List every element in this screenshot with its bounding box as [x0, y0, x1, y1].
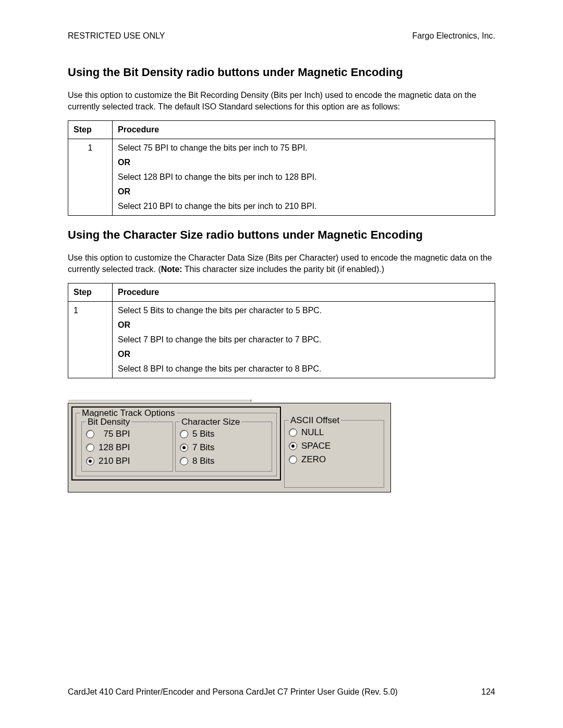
- footer-text: CardJet 410 Card Printer/Encoder and Per…: [68, 687, 398, 697]
- table-row-procedure: Select 5 Bits to change the bits per cha…: [113, 302, 495, 378]
- page-number: 124: [481, 687, 495, 697]
- group-label: Bit Density: [86, 417, 131, 427]
- header-left: RESTRICTED USE ONLY: [68, 31, 165, 41]
- radio-space[interactable]: SPACE: [289, 439, 381, 453]
- radio-label: 8 Bits: [192, 456, 215, 466]
- radio-label: 5 Bits: [192, 429, 215, 439]
- radio-7-bits[interactable]: 7 Bits: [180, 441, 268, 454]
- proc-or: OR: [118, 320, 489, 330]
- th-step: Step: [68, 121, 113, 139]
- proc-line: Select 7 BPI to change the bits per char…: [118, 335, 489, 344]
- section2-title: Using the Character Size radio buttons u…: [68, 228, 495, 242]
- radio-210-bpi[interactable]: 210 BPI: [86, 454, 169, 468]
- radio-128-bpi[interactable]: 128 BPI: [86, 441, 169, 454]
- radio-label: SPACE: [301, 441, 331, 451]
- group-magnetic-track-options: Magnetic Track Options Bit Density 75 BP…: [76, 413, 277, 476]
- dialog-top-edge: [68, 399, 251, 402]
- radio-icon: [289, 455, 297, 464]
- radio-null[interactable]: NULL: [289, 426, 381, 439]
- table-row-step: 1: [68, 302, 113, 378]
- radio-icon: [289, 428, 297, 437]
- radio-icon: [86, 443, 94, 452]
- header-right: Fargo Electronics, Inc.: [412, 31, 495, 41]
- radio-label: 75 BPI: [99, 429, 130, 439]
- radio-5-bits[interactable]: 5 Bits: [180, 427, 268, 441]
- radio-label: 128 BPI: [99, 442, 130, 453]
- radio-icon: [86, 430, 94, 438]
- proc-line: Select 5 Bits to change the bits per cha…: [118, 306, 489, 315]
- intro-note-label: Note:: [161, 265, 182, 274]
- table-char-size: Step Procedure 1 Select 5 Bits to change…: [68, 283, 495, 378]
- dialog-screenshot: Magnetic Track Options Bit Density 75 BP…: [68, 399, 391, 492]
- table-bit-density: Step Procedure 1 Select 75 BPI to change…: [68, 120, 495, 216]
- proc-or: OR: [118, 350, 489, 359]
- radio-icon: [180, 443, 188, 452]
- radio-label: 210 BPI: [99, 456, 130, 466]
- table-row-step: 1: [68, 139, 113, 216]
- radio-icon: [180, 430, 188, 438]
- radio-icon: [86, 457, 94, 465]
- th-procedure: Procedure: [113, 121, 495, 139]
- radio-label: 7 Bits: [192, 442, 215, 453]
- proc-line: Select 128 BPI to change the bits per in…: [118, 172, 489, 182]
- th-step: Step: [68, 283, 113, 302]
- group-label: Character Size: [180, 417, 241, 427]
- section2-intro: Use this option to customize the Charact…: [68, 252, 495, 275]
- section1-title: Using the Bit Density radio buttons unde…: [68, 66, 495, 79]
- group-ascii-offset: ASCII Offset NULL SPACE ZERO: [284, 420, 384, 488]
- radio-icon: [289, 442, 297, 450]
- radio-75-bpi[interactable]: 75 BPI: [86, 427, 169, 441]
- proc-line: Select 75 BPI to change the bits per inc…: [118, 143, 489, 153]
- table-row-procedure: Select 75 BPI to change the bits per inc…: [113, 139, 495, 216]
- th-procedure: Procedure: [113, 283, 495, 302]
- intro-text-b: This character size includes the parity …: [182, 265, 384, 274]
- proc-or: OR: [118, 158, 489, 167]
- radio-icon: [180, 457, 188, 465]
- radio-label: NULL: [301, 427, 324, 438]
- radio-8-bits[interactable]: 8 Bits: [180, 454, 268, 468]
- radio-zero[interactable]: ZERO: [289, 453, 381, 466]
- radio-label: ZERO: [301, 454, 326, 465]
- proc-line: Select 8 BPI to change the bits per char…: [118, 364, 489, 374]
- group-character-size: Character Size 5 Bits 7 Bits 8 Bits: [175, 422, 272, 472]
- section1-intro: Use this option to customize the Bit Rec…: [68, 90, 495, 112]
- proc-or: OR: [118, 187, 489, 196]
- proc-line: Select 210 BPI to change the bits per in…: [118, 202, 489, 211]
- group-bit-density: Bit Density 75 BPI 128 BPI 210 BPI: [81, 422, 173, 472]
- group-label: ASCII Offset: [289, 415, 341, 426]
